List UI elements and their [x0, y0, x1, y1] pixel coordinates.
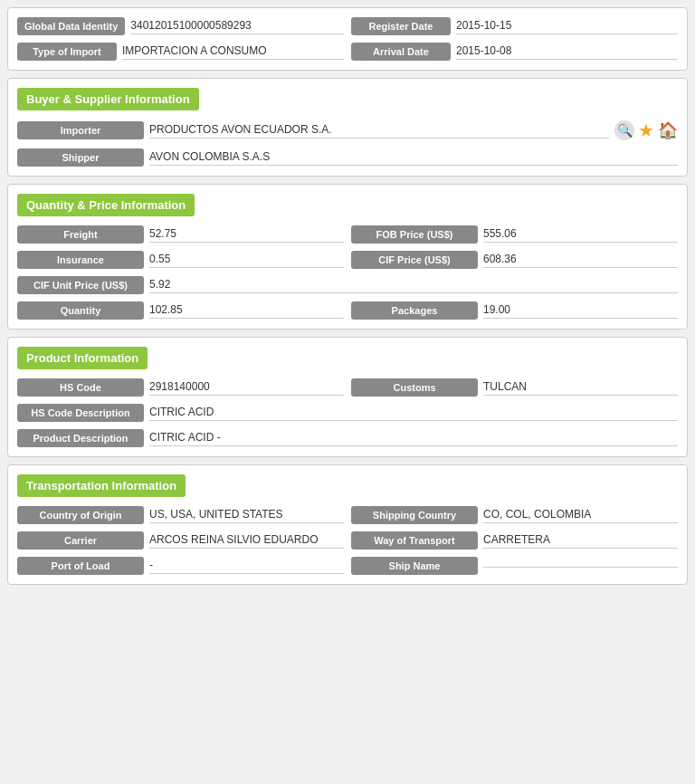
quantity-label: Quantity: [17, 301, 144, 320]
freight-label: Freight: [17, 225, 144, 244]
port-of-load-label: Port of Load: [17, 557, 144, 575]
customs-label: Customs: [351, 378, 478, 397]
quantity-field: Quantity 102.85: [17, 301, 344, 320]
cif-price-label: CIF Price (US$): [351, 251, 478, 269]
carrier-transport-row: Carrier ARCOS REINA SILVIO EDUARDO Way o…: [17, 531, 678, 550]
type-of-import-value: IMPORTACION A CONSUMO: [122, 44, 344, 60]
cif-unit-field: CIF Unit Price (US$) 5.92: [17, 276, 678, 294]
identity-bar: Global Data Identity 3401201510000058929…: [7, 7, 688, 71]
shipper-row: Shipper AVON COLOMBIA S.A.S: [17, 148, 678, 167]
ship-name-label: Ship Name: [351, 557, 478, 575]
packages-value: 19.00: [483, 303, 678, 319]
freight-field: Freight 52.75: [17, 225, 344, 244]
shipping-country-field: Shipping Country CO, COL, COLOMBIA: [351, 506, 678, 524]
hs-code-desc-value: CITRIC ACID: [149, 406, 678, 421]
buyer-supplier-section: Buyer & Supplier Information Importer PR…: [7, 78, 688, 177]
country-origin-field: Country of Origin US, USA, UNITED STATES: [17, 506, 344, 524]
page-wrapper: Global Data Identity 3401201510000058929…: [0, 0, 695, 599]
hs-code-desc-label: HS Code Description: [17, 404, 144, 422]
fob-price-field: FOB Price (US$) 555.06: [351, 225, 678, 244]
transportation-header: Transportation Information: [17, 474, 186, 497]
product-desc-row: Product Description CITRIC ACID -: [17, 429, 678, 447]
importer-row: Importer PRODUCTOS AVON ECUADOR S.A. 🔍 ★…: [17, 120, 678, 141]
insurance-field: Insurance 0.55: [17, 251, 344, 269]
quantity-price-section: Quantity & Price Information Freight 52.…: [7, 184, 688, 330]
transportation-section: Transportation Information Country of Or…: [7, 464, 688, 585]
register-date-field: Register Date 2015-10-15: [351, 17, 678, 35]
buyer-supplier-header: Buyer & Supplier Information: [17, 88, 199, 110]
product-desc-value: CITRIC ACID -: [149, 431, 678, 446]
freight-fob-row: Freight 52.75 FOB Price (US$) 555.06: [17, 225, 678, 244]
shipper-label: Shipper: [17, 148, 144, 167]
shipping-country-label: Shipping Country: [351, 506, 478, 524]
buyer-supplier-fields: Importer PRODUCTOS AVON ECUADOR S.A. 🔍 ★…: [17, 120, 678, 167]
hs-code-field: HS Code 2918140000: [17, 378, 344, 397]
transportation-fields: Country of Origin US, USA, UNITED STATES…: [17, 506, 678, 575]
hs-code-desc-field: HS Code Description CITRIC ACID: [17, 404, 678, 422]
type-of-import-label: Type of Import: [17, 43, 117, 61]
way-of-transport-label: Way of Transport: [351, 531, 478, 550]
country-shipping-row: Country of Origin US, USA, UNITED STATES…: [17, 506, 678, 524]
action-icons: 🔍 ★ 🏠: [614, 120, 678, 141]
ship-name-field: Ship Name: [351, 557, 678, 575]
country-origin-value: US, USA, UNITED STATES: [149, 508, 344, 523]
global-data-identity-label: Global Data Identity: [17, 17, 125, 35]
customs-field: Customs TULCAN: [351, 378, 678, 397]
fob-price-value: 555.06: [483, 227, 678, 243]
arrival-date-value: 2015-10-08: [456, 44, 678, 60]
carrier-field: Carrier ARCOS REINA SILVIO EDUARDO: [17, 531, 344, 550]
cif-unit-label: CIF Unit Price (US$): [17, 276, 144, 294]
cif-unit-value: 5.92: [149, 278, 678, 293]
customs-value: TULCAN: [483, 380, 678, 396]
search-icon[interactable]: 🔍: [614, 120, 634, 140]
product-desc-label: Product Description: [17, 429, 144, 447]
packages-field: Packages 19.00: [351, 301, 678, 320]
insurance-label: Insurance: [17, 251, 144, 269]
quantity-price-fields: Freight 52.75 FOB Price (US$) 555.06 Ins…: [17, 225, 678, 320]
port-of-load-field: Port of Load -: [17, 557, 344, 575]
carrier-label: Carrier: [17, 531, 144, 550]
importer-label: Importer: [17, 121, 144, 139]
product-fields: HS Code 2918140000 Customs TULCAN HS Cod…: [17, 378, 678, 447]
cif-price-field: CIF Price (US$) 608.36: [351, 251, 678, 269]
ship-name-value: [483, 565, 678, 568]
insurance-cif-row: Insurance 0.55 CIF Price (US$) 608.36: [17, 251, 678, 269]
packages-label: Packages: [351, 301, 478, 320]
way-of-transport-field: Way of Transport CARRETERA: [351, 531, 678, 550]
star-icon[interactable]: ★: [638, 120, 654, 141]
home-icon[interactable]: 🏠: [658, 120, 678, 140]
port-ship-row: Port of Load - Ship Name: [17, 557, 678, 575]
country-origin-label: Country of Origin: [17, 506, 144, 524]
quantity-value: 102.85: [149, 303, 344, 319]
cif-unit-row: CIF Unit Price (US$) 5.92: [17, 276, 678, 294]
shipping-country-value: CO, COL, COLOMBIA: [483, 508, 678, 523]
freight-value: 52.75: [149, 227, 344, 243]
hs-code-value: 2918140000: [149, 380, 344, 396]
hs-desc-row: HS Code Description CITRIC ACID: [17, 404, 678, 422]
quantity-price-header: Quantity & Price Information: [17, 194, 195, 216]
register-date-label: Register Date: [351, 17, 451, 35]
register-date-value: 2015-10-15: [456, 19, 678, 34]
hs-customs-row: HS Code 2918140000 Customs TULCAN: [17, 378, 678, 397]
carrier-value: ARCOS REINA SILVIO EDUARDO: [149, 533, 344, 549]
insurance-value: 0.55: [149, 253, 344, 268]
shipper-value: AVON COLOMBIA S.A.S: [149, 150, 678, 166]
quantity-packages-row: Quantity 102.85 Packages 19.00: [17, 301, 678, 320]
cif-price-value: 608.36: [483, 253, 678, 268]
way-of-transport-value: CARRETERA: [483, 533, 678, 549]
importer-value: PRODUCTOS AVON ECUADOR S.A.: [149, 123, 609, 139]
product-desc-field: Product Description CITRIC ACID -: [17, 429, 678, 447]
type-of-import-field: Type of Import IMPORTACION A CONSUMO: [17, 43, 344, 61]
fob-price-label: FOB Price (US$): [351, 225, 478, 244]
arrival-date-label: Arrival Date: [351, 43, 451, 61]
arrival-date-field: Arrival Date 2015-10-08: [351, 43, 678, 61]
port-of-load-value: -: [149, 559, 344, 574]
hs-code-label: HS Code: [17, 378, 144, 397]
global-data-identity-value: 34012015100000589293: [130, 19, 344, 34]
product-header: Product Information: [17, 347, 148, 369]
product-section: Product Information HS Code 2918140000 C…: [7, 337, 688, 457]
global-data-identity-field: Global Data Identity 3401201510000058929…: [17, 17, 344, 35]
